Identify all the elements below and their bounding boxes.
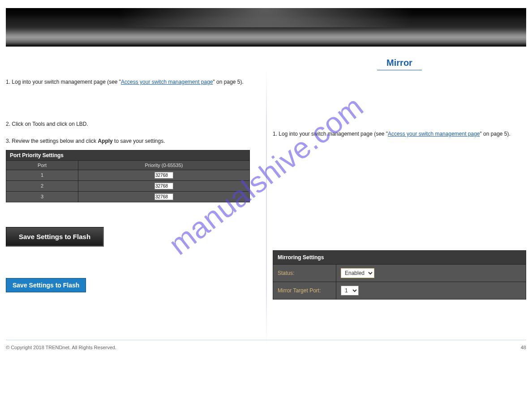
mirror-table-title: Mirroring Settings xyxy=(273,251,526,264)
save-settings-flash-dark[interactable]: Save Settings to Flash xyxy=(6,227,104,247)
table-row: 2 xyxy=(6,181,249,191)
priority-input-3[interactable] xyxy=(154,193,173,200)
priority-col-header: Priority (0-65535) xyxy=(78,161,249,170)
mirroring-settings-table: Mirroring Settings Status: Enabled Mirro… xyxy=(273,250,526,300)
link-access-mgmt-right[interactable]: Access your switch management page xyxy=(388,131,480,137)
footer-page: 48 xyxy=(521,345,526,350)
table-row: 1 xyxy=(6,170,249,180)
table-row: 3 xyxy=(6,192,249,202)
port-col-header: Port xyxy=(6,161,78,170)
port-priority-table: Port Priority Settings Port Priority (0-… xyxy=(6,150,250,202)
right-p2: 1. Log into your switch management page … xyxy=(273,130,526,138)
p2: 1. Log into your switch management page … xyxy=(6,78,259,86)
p4: 3. Review the settings below and click A… xyxy=(6,137,259,146)
footer-copyright: © Copyright 2018 TRENDnet. All Rights Re… xyxy=(6,345,116,350)
p3: 2. Click on Tools and click on LBD. xyxy=(6,120,259,128)
status-label: Status: xyxy=(273,265,336,282)
port-table-title: Port Priority Settings xyxy=(6,150,249,160)
mirror-title: Mirror xyxy=(377,58,422,70)
link-access-mgmt-left[interactable]: Access your switch management page xyxy=(121,79,213,85)
priority-input-2[interactable] xyxy=(154,183,173,189)
top-banner xyxy=(6,8,526,47)
save-settings-flash-blue[interactable]: Save Settings to Flash xyxy=(6,278,86,292)
status-select[interactable]: Enabled xyxy=(341,268,374,278)
mirror-target-select[interactable]: 1 xyxy=(341,286,359,295)
mirror-target-label: Mirror Target Port: xyxy=(273,282,336,299)
priority-input-1[interactable] xyxy=(154,172,173,179)
